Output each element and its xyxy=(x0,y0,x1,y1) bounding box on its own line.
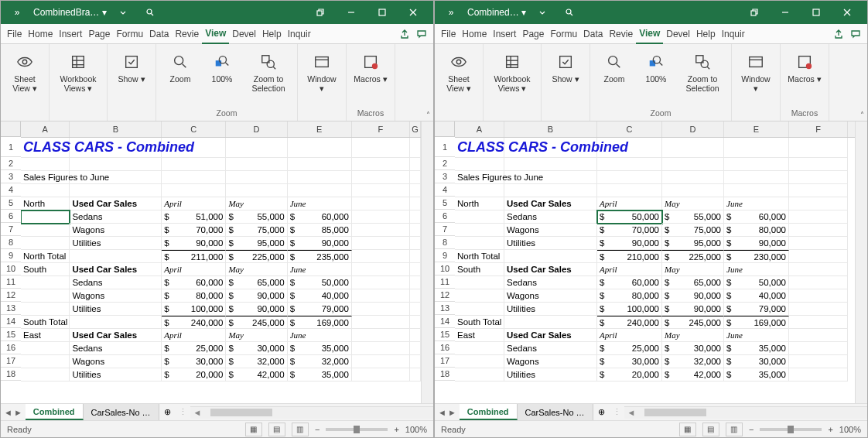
cell[interactable]: Sedans xyxy=(70,210,162,224)
cell[interactable]: $240,000 xyxy=(597,316,662,329)
cell[interactable]: $35,000 xyxy=(288,368,352,382)
cell[interactable]: $90,000 xyxy=(162,237,226,250)
subtitle-cell[interactable]: Sales Figures to June xyxy=(455,171,504,184)
cell[interactable] xyxy=(21,237,70,250)
show-button[interactable]: Show ▾ xyxy=(114,47,149,84)
cell[interactable] xyxy=(352,303,410,316)
cell[interactable] xyxy=(455,289,504,303)
view-normal-icon[interactable]: ▦ xyxy=(679,423,696,436)
cell[interactable] xyxy=(789,316,848,329)
row-header[interactable]: 7 xyxy=(1,223,21,236)
cell[interactable]: April xyxy=(597,329,662,342)
cell[interactable]: North xyxy=(455,197,504,210)
cell[interactable]: $90,000 xyxy=(226,289,287,303)
cell[interactable]: $55,000 xyxy=(226,210,287,224)
cell[interactable] xyxy=(21,224,70,237)
cell[interactable] xyxy=(21,210,70,224)
zoom-selection-button[interactable]: Zoom to Selection xyxy=(246,47,291,93)
cell[interactable]: $90,000 xyxy=(662,303,724,316)
cell[interactable]: Sedans xyxy=(504,276,597,289)
cell[interactable]: May xyxy=(662,329,724,342)
sheet-tab-other[interactable]: CarSales-No … xyxy=(84,404,159,420)
workbook-views-button[interactable]: Workbook Views ▾ xyxy=(56,47,101,93)
cell[interactable] xyxy=(21,184,70,197)
cell[interactable]: $100,000 xyxy=(597,303,662,316)
cell[interactable] xyxy=(789,355,848,368)
cell[interactable] xyxy=(410,158,421,171)
cell[interactable] xyxy=(70,250,162,263)
cell[interactable] xyxy=(597,158,662,171)
tab-inquir[interactable]: Inquir xyxy=(285,24,314,44)
row-header[interactable]: 17 xyxy=(435,354,455,368)
macros-button[interactable]: Macros ▾ xyxy=(353,47,388,84)
ribbon-display-icon[interactable] xyxy=(739,1,770,24)
row-header[interactable]: 15 xyxy=(1,328,21,341)
tab-revie[interactable]: Revie xyxy=(606,24,636,44)
cell[interactable] xyxy=(789,224,848,237)
ribbon-display-icon[interactable] xyxy=(305,1,336,24)
cell[interactable]: $210,000 xyxy=(597,250,662,263)
cell[interactable] xyxy=(288,184,352,197)
cell[interactable] xyxy=(352,368,410,382)
cell[interactable]: $211,000 xyxy=(162,250,226,263)
tab-data[interactable]: Data xyxy=(146,24,172,44)
cell[interactable] xyxy=(789,197,848,210)
cell[interactable] xyxy=(352,263,410,276)
cell[interactable] xyxy=(789,158,848,171)
tab-devel[interactable]: Devel xyxy=(229,24,259,44)
col-header[interactable]: C xyxy=(162,121,226,137)
cell[interactable]: Wagons xyxy=(70,224,162,237)
cell[interactable] xyxy=(455,342,504,355)
cell[interactable] xyxy=(352,276,410,289)
cell[interactable] xyxy=(410,171,421,184)
cell[interactable] xyxy=(410,138,421,158)
cell[interactable]: June xyxy=(288,263,352,276)
cell[interactable] xyxy=(21,276,70,289)
collapse-ribbon-icon[interactable]: ˄ xyxy=(426,111,430,119)
cell[interactable] xyxy=(352,184,410,197)
cell[interactable]: May xyxy=(226,197,287,210)
window-button[interactable]: Window ▾ xyxy=(738,47,774,93)
cell[interactable] xyxy=(789,329,848,342)
cell[interactable]: South Total xyxy=(21,316,70,329)
tab-page[interactable]: Page xyxy=(519,24,547,44)
zoom-slider[interactable] xyxy=(326,428,388,431)
cell[interactable]: $50,000 xyxy=(288,276,352,289)
tab-formu[interactable]: Formu xyxy=(547,24,580,44)
minimize-icon[interactable] xyxy=(770,1,801,24)
cell[interactable]: Wagons xyxy=(504,289,597,303)
row-header[interactable]: 6 xyxy=(435,210,455,223)
row-header[interactable]: 6 xyxy=(1,210,21,223)
zoom-100-button[interactable]: 100% xyxy=(204,47,240,84)
row-header[interactable]: 5 xyxy=(435,197,455,210)
cell[interactable] xyxy=(21,342,70,355)
comments-button[interactable] xyxy=(413,24,430,44)
cell[interactable]: Sedans xyxy=(504,342,597,355)
cell[interactable]: $30,000 xyxy=(724,355,789,368)
cell[interactable]: Used Car Sales xyxy=(504,263,597,276)
cell[interactable] xyxy=(70,158,162,171)
cell[interactable]: $35,000 xyxy=(724,342,789,355)
next-sheet-icon[interactable]: ► xyxy=(14,408,22,417)
cell[interactable]: $65,000 xyxy=(226,276,287,289)
cell[interactable] xyxy=(597,184,662,197)
view-page-break-icon[interactable]: ▥ xyxy=(726,423,743,436)
cell[interactable] xyxy=(410,210,421,224)
cell[interactable] xyxy=(724,184,789,197)
cell[interactable]: $30,000 xyxy=(226,342,287,355)
comments-button[interactable] xyxy=(847,24,864,44)
cell[interactable]: $245,000 xyxy=(226,316,287,329)
share-button[interactable] xyxy=(830,24,847,44)
cell[interactable]: $75,000 xyxy=(662,224,724,237)
window-button[interactable]: Window ▾ xyxy=(304,47,340,93)
cell[interactable]: $95,000 xyxy=(226,237,287,250)
cell[interactable]: Wagons xyxy=(504,355,597,368)
cell[interactable]: North Total xyxy=(21,250,70,263)
zoom-level[interactable]: 100% xyxy=(839,425,861,434)
cell[interactable]: Wagons xyxy=(70,355,162,368)
cell[interactable]: South xyxy=(21,263,70,276)
cell[interactable] xyxy=(410,197,421,210)
row-header[interactable]: 3 xyxy=(1,170,21,183)
cell[interactable]: $75,000 xyxy=(226,224,287,237)
cell[interactable]: North Total xyxy=(455,250,504,263)
